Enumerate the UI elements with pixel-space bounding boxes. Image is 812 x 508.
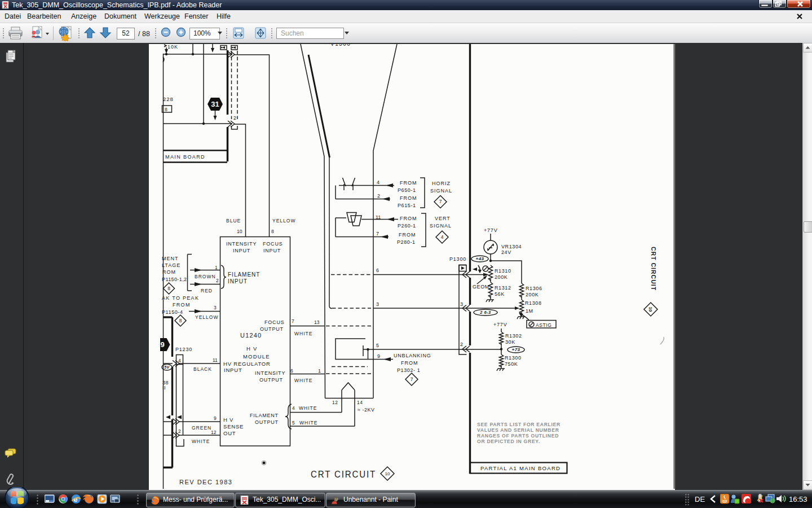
- svg-text:2 6-3: 2 6-3: [479, 310, 491, 315]
- svg-text:4: 4: [292, 405, 295, 411]
- svg-text:9: 9: [377, 353, 380, 359]
- svg-text:WHITE: WHITE: [294, 378, 312, 383]
- svg-text:9: 9: [214, 415, 217, 421]
- svg-text:R1312: R1312: [495, 285, 511, 291]
- svg-text:7: 7: [376, 231, 379, 237]
- svg-text:AK TO PEAK: AK TO PEAK: [162, 295, 199, 301]
- svg-text:56K: 56K: [495, 291, 505, 297]
- svg-text:GEOM: GEOM: [473, 284, 489, 290]
- svg-text:YELLOW: YELLOW: [195, 314, 218, 320]
- svg-text:VR1304: VR1304: [501, 244, 522, 249]
- svg-text:R1306: R1306: [526, 286, 542, 291]
- svg-text:5V: 5V: [164, 365, 170, 369]
- svg-text:FILAMENT: FILAMENT: [228, 271, 260, 278]
- svg-text:11: 11: [376, 214, 381, 220]
- svg-text:8: 8: [179, 318, 182, 323]
- svg-text:II: II: [162, 385, 166, 391]
- svg-text:3: 3: [460, 301, 463, 307]
- svg-text:14: 14: [357, 400, 363, 405]
- svg-text:1: 1: [318, 368, 321, 374]
- svg-text:CRT CIRCUIT: CRT CIRCUIT: [311, 469, 376, 479]
- svg-text:SEE PARTS LIST FOR EARLIER: SEE PARTS LIST FOR EARLIER: [477, 422, 561, 427]
- svg-text:4: 4: [441, 234, 444, 240]
- svg-text:SIGNAL: SIGNAL: [430, 223, 452, 229]
- svg-text:P1302- 1: P1302- 1: [397, 367, 420, 373]
- svg-text:6: 6: [376, 268, 379, 273]
- svg-text:FOCUS: FOCUS: [263, 241, 283, 247]
- svg-text:WHITE: WHITE: [294, 331, 312, 336]
- svg-text:2: 2: [377, 193, 380, 199]
- svg-text:YELLOW: YELLOW: [272, 218, 295, 224]
- svg-text:3: 3: [214, 305, 217, 310]
- svg-text:10: 10: [385, 471, 390, 476]
- svg-text:PARTIAL A1 MAIN BOARD: PARTIAL A1 MAIN BOARD: [480, 465, 561, 471]
- svg-text:FROM: FROM: [399, 232, 416, 238]
- svg-text:INTENSITY: INTENSITY: [226, 241, 257, 247]
- svg-text:R1308: R1308: [525, 300, 542, 306]
- svg-text:FROM: FROM: [400, 216, 417, 221]
- svg-text:SIGNAL: SIGNAL: [430, 188, 452, 194]
- svg-text:8: 8: [271, 229, 274, 234]
- svg-text:228: 228: [163, 96, 174, 102]
- svg-text:+73: +73: [511, 347, 520, 352]
- svg-text:FILAMENT: FILAMENT: [250, 413, 279, 418]
- svg-text:MENT: MENT: [162, 256, 179, 261]
- svg-text:+77V: +77V: [493, 322, 507, 327]
- svg-text:10K: 10K: [167, 44, 178, 50]
- svg-text:12: 12: [211, 430, 217, 435]
- svg-text:LTAGE: LTAGE: [162, 262, 180, 268]
- svg-text:BROWN: BROWN: [195, 274, 216, 279]
- svg-text:R1300: R1300: [505, 355, 522, 361]
- svg-text:200K: 200K: [495, 274, 508, 280]
- svg-text:SENSE: SENSE: [223, 423, 244, 430]
- svg-text:UNBLANKING: UNBLANKING: [394, 353, 431, 358]
- svg-text:U1240: U1240: [240, 332, 262, 339]
- svg-text:INPUT: INPUT: [228, 278, 248, 284]
- svg-text:RED: RED: [201, 288, 213, 294]
- svg-text:2: 2: [460, 341, 463, 347]
- svg-text:11: 11: [213, 357, 218, 363]
- svg-text:+43: +43: [475, 256, 484, 261]
- svg-text:7: 7: [292, 318, 294, 324]
- svg-text:FROM: FROM: [400, 195, 417, 201]
- svg-text:750K: 750K: [505, 361, 518, 367]
- svg-text:2: 2: [233, 115, 236, 121]
- svg-text:HORIZ: HORIZ: [432, 181, 451, 186]
- svg-text:8: 8: [165, 107, 167, 112]
- svg-text:13: 13: [314, 319, 320, 325]
- svg-text:GREEN: GREEN: [192, 425, 211, 431]
- svg-text:1M: 1M: [526, 308, 533, 314]
- svg-text:OUT: OUT: [223, 430, 236, 436]
- svg-text:7: 7: [411, 376, 413, 382]
- svg-text:2: 2: [178, 428, 181, 434]
- svg-text:MAIN BOARD: MAIN BOARD: [165, 154, 205, 160]
- svg-text:OUTPUT: OUTPUT: [255, 419, 279, 425]
- svg-text:7: 7: [439, 199, 442, 204]
- svg-text:31: 31: [211, 100, 219, 108]
- svg-text:1: 1: [215, 265, 218, 270]
- svg-text:P260-1: P260-1: [398, 223, 416, 229]
- svg-text:24V: 24V: [501, 249, 511, 255]
- svg-text:8: 8: [167, 286, 170, 291]
- svg-text:P1300: P1300: [449, 256, 466, 262]
- svg-text:R1302: R1302: [505, 333, 522, 339]
- svg-text:+77V: +77V: [484, 227, 497, 233]
- svg-text:H V: H V: [223, 417, 233, 423]
- svg-text:9: 9: [160, 340, 164, 349]
- svg-text:12: 12: [332, 400, 338, 405]
- svg-text:H V: H V: [246, 345, 257, 352]
- svg-text:FROM: FROM: [401, 360, 418, 366]
- svg-text:WHITE: WHITE: [299, 405, 317, 411]
- svg-text:P280-1: P280-1: [397, 239, 416, 245]
- svg-text:30K: 30K: [505, 339, 515, 345]
- svg-text:6: 6: [290, 368, 293, 374]
- svg-text:OR DEPICTED IN GREY.: OR DEPICTED IN GREY.: [477, 439, 540, 444]
- svg-text:4: 4: [377, 179, 379, 185]
- svg-text:P1150-4: P1150-4: [162, 309, 183, 315]
- svg-text:ROM: ROM: [162, 269, 176, 275]
- svg-text:WHITE: WHITE: [299, 420, 317, 426]
- svg-text:OUTPUT: OUTPUT: [260, 326, 284, 332]
- svg-text:ASTIG: ASTIG: [536, 322, 552, 328]
- svg-text:10: 10: [648, 307, 653, 312]
- svg-text:REV DEC 1983: REV DEC 1983: [179, 479, 232, 485]
